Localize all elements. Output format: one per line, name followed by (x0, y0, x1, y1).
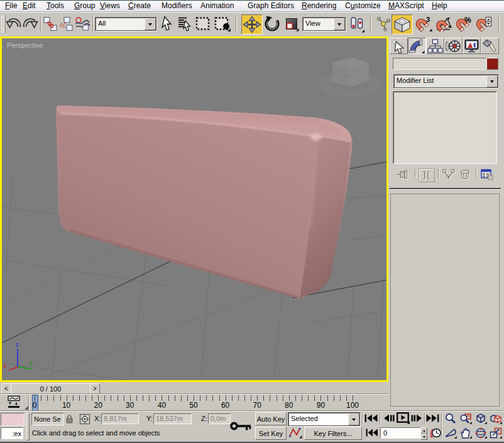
modifier-list-dropdown[interactable]: Modifier List (393, 74, 499, 89)
tab-hierarchy[interactable] (426, 38, 444, 54)
pin-stack-button[interactable] (395, 168, 410, 181)
modifier-stack-list[interactable] (393, 91, 497, 164)
key-filters-button[interactable]: Key Filters... (304, 427, 362, 440)
spinner-up-button[interactable] (420, 427, 427, 434)
open-mini-curve-editor-button[interactable] (2, 395, 26, 409)
show-end-result-button[interactable] (419, 168, 435, 182)
selection-filter-arrow-button[interactable] (145, 18, 156, 30)
time-slider-bar: < 0 / 100 > (0, 382, 388, 395)
time-slider-prev-frame-button[interactable]: < (1, 383, 11, 394)
key-mode-selection-dropdown[interactable]: Selected (288, 412, 361, 427)
menu-views[interactable]: Views (100, 1, 120, 11)
menu-animation[interactable]: Animation (200, 1, 234, 11)
absolute-mode-transform-toggle[interactable] (78, 413, 91, 425)
menu-create[interactable]: Create (128, 1, 151, 11)
set-key-button[interactable]: Set Key (255, 427, 287, 440)
time-slider-next-frame-button[interactable]: > (90, 383, 100, 394)
go-to-start-button[interactable] (364, 412, 378, 424)
pan-view-button[interactable] (459, 427, 472, 439)
current-frame-field[interactable]: 0 (380, 427, 422, 439)
min-max-toggle-button[interactable] (489, 427, 502, 439)
select-object-button[interactable] (158, 16, 175, 32)
select-and-manipulate-button[interactable] (376, 16, 391, 31)
menu-edit[interactable]: Edit (23, 1, 36, 11)
maxscript-mini-listener-row[interactable]: :ex (1, 427, 23, 439)
reference-coordinate-system-dropdown[interactable]: View (302, 17, 346, 31)
make-unique-button[interactable] (442, 168, 456, 181)
trackbar-frame-label: 10 (62, 401, 70, 410)
previous-frame-button[interactable] (381, 412, 395, 424)
viewport-label[interactable]: Perspective (7, 41, 43, 49)
redo-button[interactable] (22, 16, 38, 32)
select-and-link-button[interactable] (43, 16, 58, 31)
time-configuration-button[interactable] (429, 427, 441, 439)
zoom-button[interactable] (444, 412, 457, 424)
select-and-rotate-button[interactable] (263, 15, 281, 33)
go-to-end-button[interactable] (425, 412, 440, 424)
remove-modifier-button[interactable] (458, 168, 472, 181)
spinner-down-button[interactable] (420, 434, 427, 440)
keyboard-shortcut-override-toggle[interactable] (230, 413, 253, 439)
key-mode-selection-value: Selected (289, 413, 348, 425)
menu-rendering[interactable]: Rendering (302, 1, 336, 11)
select-by-name-button[interactable] (177, 16, 193, 32)
arc-rotate-button[interactable] (474, 427, 487, 439)
tab-motion[interactable] (444, 38, 463, 54)
menu-group[interactable]: Group (74, 1, 95, 11)
menu-customize[interactable]: Customize (345, 1, 381, 11)
percent-snap-toggle-button[interactable]: % (455, 16, 473, 32)
y-coordinate-field[interactable]: 18,537m (153, 413, 192, 424)
play-animation-button[interactable] (396, 412, 410, 424)
zoom-extents-button[interactable] (474, 412, 487, 424)
snaps-toggle-button[interactable] (392, 14, 413, 35)
zoom-extents-all-button[interactable] (489, 412, 502, 424)
key-mode-selection-arrow-button[interactable] (348, 413, 359, 425)
spinner-snap-toggle-button[interactable] (475, 16, 493, 32)
menu-tools[interactable]: Tools (47, 1, 64, 11)
time-slider-handle[interactable]: 0 / 100 (11, 383, 90, 394)
frame-spinner[interactable] (420, 427, 427, 439)
selection-lock-toggle[interactable] (64, 413, 75, 424)
select-and-move-button[interactable] (241, 14, 263, 35)
listener-splitter[interactable] (26, 413, 30, 440)
coordinate-system-arrow-button[interactable] (334, 18, 345, 30)
chamfer-box-object[interactable] (56, 106, 353, 298)
configure-modifier-sets-button[interactable] (479, 168, 495, 181)
object-color-swatch[interactable] (486, 58, 498, 70)
next-frame-button[interactable] (410, 412, 424, 424)
snaps-toggle-3d-button[interactable]: 3 (415, 16, 432, 32)
menu-graph-editors[interactable]: Graph Editors (248, 1, 294, 11)
bind-to-space-warp-button[interactable] (74, 16, 90, 32)
rollout-area[interactable] (390, 194, 500, 407)
tab-modify[interactable] (408, 38, 426, 54)
x-coordinate-field[interactable]: 8,817m (101, 413, 139, 424)
key-mode-toggle-button[interactable] (365, 427, 379, 439)
menu-file[interactable]: File (5, 1, 17, 11)
auto-key-button[interactable]: Auto Key (255, 412, 287, 425)
select-and-scale-button[interactable] (285, 18, 299, 31)
perspective-viewport[interactable]: FRONT (0, 36, 388, 382)
menu-help[interactable]: Help (432, 1, 447, 11)
use-pivot-point-center-button[interactable] (349, 16, 364, 33)
viewport-canvas[interactable]: FRONT (2, 38, 386, 380)
maxscript-mini-listener-macro-row[interactable] (1, 413, 25, 426)
zoom-all-button[interactable] (459, 412, 472, 424)
tab-create[interactable] (390, 38, 408, 54)
menu-maxscript[interactable]: MAXScript (388, 1, 424, 11)
menu-modifiers[interactable]: Modifiers (162, 1, 192, 11)
field-of-view-button[interactable] (444, 427, 457, 439)
window-crossing-toggle-button[interactable] (214, 16, 231, 32)
tab-display[interactable] (463, 38, 481, 54)
z-coordinate-field[interactable]: 0,0m (208, 413, 231, 424)
selection-filter-dropdown[interactable]: All (95, 17, 157, 31)
angle-snap-toggle-button[interactable] (435, 16, 452, 32)
undo-button[interactable] (6, 16, 22, 32)
tab-utilities[interactable] (481, 38, 499, 54)
unlink-selection-button[interactable] (58, 16, 74, 31)
absolute-mode-icon (79, 413, 90, 425)
default-in-out-tangents-button[interactable] (288, 427, 303, 439)
object-name-field[interactable] (393, 58, 488, 70)
modifier-list-arrow-button[interactable] (486, 75, 498, 87)
viewcube-ghost[interactable]: FRONT (323, 58, 378, 94)
rectangular-selection-region-button[interactable] (195, 16, 211, 32)
